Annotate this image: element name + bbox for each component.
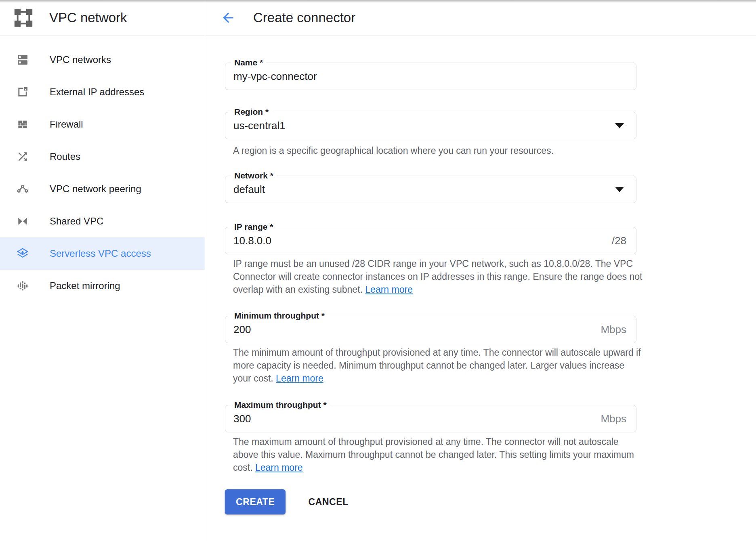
sidebar-item-label: External IP addresses <box>50 86 144 98</box>
min-throughput-learn-more-link[interactable]: Learn more <box>276 373 323 384</box>
packet-mirroring-icon <box>16 279 29 292</box>
firewall-icon <box>16 118 29 131</box>
sidebar-item-label: VPC network peering <box>50 183 141 195</box>
dropdown-arrow-icon <box>615 123 624 128</box>
serverless-vpc-icon <box>16 247 29 260</box>
sidebar-item-packet-mirroring[interactable]: Packet mirroring <box>0 270 205 302</box>
max-throughput-helper-text: The maximum amount of throughput provisi… <box>233 435 643 474</box>
create-button[interactable]: CREATE <box>225 489 286 514</box>
sidebar-item-label: Shared VPC <box>50 216 103 227</box>
sidebar-divider <box>205 0 205 541</box>
sidebar-item-label: VPC networks <box>50 54 111 65</box>
sidebar-item-serverless-vpc-access[interactable]: Serverless VPC access <box>0 237 205 270</box>
sidebar-item-label: Serverless VPC access <box>50 248 151 259</box>
product-brand: VPC network <box>0 6 205 29</box>
ip-range-field: IP range * /28 <box>225 227 636 254</box>
sidebar-item-vpc-networks[interactable]: VPC networks <box>0 44 205 76</box>
app-header: VPC network Create connector <box>0 0 756 36</box>
vpc-network-logo-icon <box>12 6 35 29</box>
ip-range-label: IP range * <box>231 221 277 233</box>
sidebar-item-label: Firewall <box>50 119 83 130</box>
region-label: Region * <box>231 106 272 117</box>
region-helper-text: A region is a specific geographical loca… <box>233 144 643 157</box>
name-label: Name * <box>231 57 266 68</box>
name-input[interactable] <box>225 63 636 90</box>
max-throughput-field: Maximum throughput * Mbps <box>225 405 636 432</box>
min-throughput-field: Minimum throughput * Mbps <box>225 316 636 343</box>
min-throughput-helper-text: The minimum amount of throughput provisi… <box>233 346 643 385</box>
min-throughput-suffix: Mbps <box>601 323 636 336</box>
sidebar-nav: VPC networks External IP addresses Firew… <box>0 36 205 541</box>
ip-range-suffix: /28 <box>612 235 636 247</box>
max-throughput-learn-more-link[interactable]: Learn more <box>255 462 303 473</box>
max-throughput-label: Maximum throughput * <box>231 399 330 411</box>
network-value: default <box>225 183 615 196</box>
create-connector-page: VPC network Create connector VPC network… <box>0 0 756 541</box>
cancel-button[interactable]: CANCEL <box>302 489 354 514</box>
min-throughput-label: Minimum throughput * <box>231 310 328 321</box>
sidebar-item-external-ip-addresses[interactable]: External IP addresses <box>0 76 205 108</box>
external-ip-icon <box>16 86 29 99</box>
ip-range-helper-body: IP range must be an unused /28 CIDR rang… <box>233 258 642 295</box>
network-label: Network * <box>231 170 277 181</box>
network-select[interactable]: Network * default <box>225 176 636 203</box>
page-title: Create connector <box>253 10 355 25</box>
name-field: Name * <box>225 63 636 90</box>
sidebar-item-shared-vpc[interactable]: Shared VPC <box>0 205 205 237</box>
ip-range-input[interactable] <box>225 227 612 254</box>
product-title: VPC network <box>49 10 127 25</box>
sidebar-item-label: Packet mirroring <box>50 280 120 291</box>
vpc-networks-icon <box>16 53 29 66</box>
sidebar-item-vpc-network-peering[interactable]: VPC network peering <box>0 173 205 205</box>
back-button[interactable] <box>220 10 236 26</box>
peering-icon <box>16 182 29 195</box>
ip-range-helper-text: IP range must be an unused /28 CIDR rang… <box>233 257 643 296</box>
sidebar-item-firewall[interactable]: Firewall <box>0 108 205 140</box>
max-throughput-suffix: Mbps <box>601 413 636 425</box>
dropdown-arrow-icon <box>615 187 624 192</box>
arrow-back-icon <box>220 10 236 25</box>
shared-vpc-icon <box>16 215 29 228</box>
sidebar-item-label: Routes <box>50 151 80 162</box>
ip-range-learn-more-link[interactable]: Learn more <box>365 284 413 295</box>
region-select[interactable]: Region * us-central1 <box>225 112 636 139</box>
routes-icon <box>16 150 29 163</box>
page-head: Create connector <box>205 10 355 26</box>
region-value: us-central1 <box>225 120 615 132</box>
form-actions: CREATE CANCEL <box>225 489 354 514</box>
sidebar-item-routes[interactable]: Routes <box>0 140 205 173</box>
